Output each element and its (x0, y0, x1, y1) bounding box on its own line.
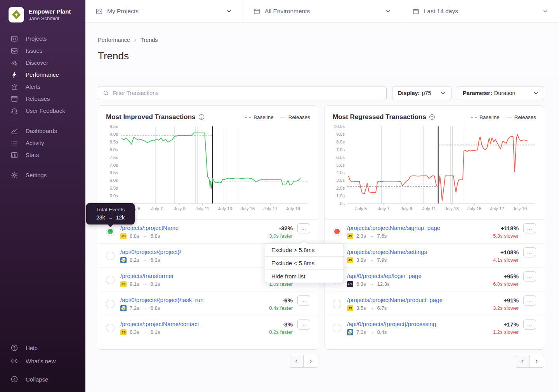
context-menu-item-hide-from-list[interactable]: Hide from list (265, 269, 344, 283)
transaction-row: /api/0/projects/ep/login_page</>6.3s→12.… (325, 268, 544, 292)
sidebar-item-collapse[interactable]: Collapse (0, 373, 85, 386)
transaction-link[interactable]: /api/0/projects/{project}/task_run (120, 297, 269, 303)
sidebar-item-alerts[interactable]: Alerts (0, 81, 85, 93)
pagination (98, 355, 318, 368)
transaction-link[interactable]: /projects/:projectName/signup_page (347, 224, 493, 231)
transaction-radio[interactable] (106, 276, 115, 284)
context-menu-item-exclude-5-8ms[interactable]: Exclude < 5.8ms (265, 256, 344, 269)
previous-page-button[interactable] (289, 355, 304, 367)
sidebar-item-stats[interactable]: Stats (0, 149, 85, 161)
transaction-link[interactable]: /projects/:projectName/settings (347, 249, 493, 255)
question-icon[interactable] (429, 114, 435, 120)
collapse-icon (10, 375, 18, 383)
org-switcher[interactable]: Empower Plant Jane Schmidt (0, 0, 85, 22)
context-menu-item-exclude-5-8ms[interactable]: Exclude > 5.8ms (265, 243, 344, 256)
sidebar-item-label: Settings (26, 172, 47, 178)
user-name: Jane Schmidt (29, 15, 71, 22)
breadcrumb-trends[interactable]: Trends (141, 37, 158, 43)
transaction-link[interactable]: /projects/:projectName (120, 224, 269, 231)
transaction-actions-button[interactable]: … (523, 319, 536, 330)
transaction-radio[interactable] (106, 252, 115, 260)
transaction-actions-button[interactable]: … (297, 295, 310, 306)
trend-delta: 1.2s slower (493, 329, 519, 335)
transaction-link[interactable]: /projects/:projectName/contact (120, 321, 269, 327)
transaction-row: /projects/:projectName/signup_pageJS2.3s… (325, 219, 544, 243)
trend-delta: 0.4s faster (269, 305, 293, 311)
transaction-actions-button[interactable]: … (297, 319, 310, 330)
issues-icon (10, 47, 18, 55)
transaction-radio[interactable] (106, 324, 115, 332)
sidebar-item-label: Stats (26, 152, 39, 158)
sidebar-item-settings[interactable]: Settings (0, 169, 85, 181)
sidebar-item-dashboards[interactable]: Dashboards (0, 125, 85, 137)
arrow-right-icon: → (369, 257, 374, 263)
sidebar-item-issues[interactable]: Issues (0, 45, 85, 57)
project-filter-dropdown[interactable]: My Projects (85, 0, 243, 22)
previous-page-button[interactable] (515, 355, 529, 367)
svg-text:July 15: July 15 (467, 206, 481, 211)
breadcrumb-performance[interactable]: Performance (98, 37, 130, 43)
transaction-actions-button[interactable]: … (297, 223, 310, 233)
next-page-button[interactable] (304, 355, 318, 367)
transaction-link[interactable]: /projects/:projectName/product_page (347, 297, 493, 303)
environment-filter-dropdown[interactable]: All Environments (243, 0, 402, 22)
transaction-radio[interactable] (106, 300, 115, 308)
sidebar-item-what-s-new[interactable]: What’s new (0, 354, 85, 368)
transaction-radio[interactable] (333, 300, 341, 308)
transaction-actions-button[interactable]: … (523, 271, 536, 281)
svg-text:7.0s: 7.0s (336, 147, 345, 152)
parameter-dropdown[interactable]: Parameter: Duration (457, 86, 544, 100)
sidebar-item-projects[interactable]: Projects (0, 33, 85, 45)
transaction-link[interactable]: /api/0/projects/ep/login_page (347, 273, 493, 279)
transaction-link[interactable]: /api/0/projects/{project}/processing (347, 321, 493, 327)
duration-before: 6.3s (356, 281, 366, 287)
date-range-dropdown[interactable]: Last 14 days (402, 0, 559, 22)
sidebar-footer: HelpWhat’s newCollapse (0, 341, 85, 386)
trend-panels: Most Improved Transactions Baseline Rele… (98, 105, 544, 368)
question-icon[interactable] (198, 114, 205, 120)
arrow-right-icon: → (142, 305, 148, 311)
legend-releases: Releases (280, 114, 310, 120)
sidebar-item-help[interactable]: Help (0, 341, 85, 354)
duration-after: 5.8s (151, 233, 160, 239)
filter-transactions-input[interactable] (113, 90, 382, 96)
svg-text:July 19: July 19 (513, 206, 527, 211)
javascript-icon: JS (120, 233, 127, 239)
chevron-right-icon (133, 38, 138, 43)
trend-delta: 3.2s slower (493, 305, 519, 311)
svg-text:0s: 0s (340, 201, 345, 206)
display-dropdown[interactable]: Display: p75 (392, 86, 451, 100)
trend-percent: -6% (282, 297, 293, 304)
next-page-button[interactable] (529, 355, 544, 367)
alerts-icon (10, 83, 18, 91)
svg-text:July 17: July 17 (263, 206, 277, 211)
sidebar-item-performance[interactable]: Performance (0, 69, 85, 81)
org-name: Empower Plant (29, 8, 71, 15)
svg-text:July 17: July 17 (490, 206, 504, 211)
trend-percent: +17% (503, 321, 519, 328)
transaction-radio[interactable] (333, 324, 341, 332)
sidebar: Empower Plant Jane Schmidt ProjectsIssue… (0, 0, 85, 392)
svg-text:July 9: July 9 (174, 206, 186, 211)
svg-text:July 11: July 11 (196, 206, 210, 211)
trend-chart: July 5July 7July 9July 11July 13July 15J… (103, 123, 316, 215)
sidebar-item-discover[interactable]: Discover (0, 57, 85, 69)
transaction-actions-button[interactable]: … (523, 223, 536, 233)
javascript-icon: JS (120, 329, 127, 335)
arrow-right-icon: → (142, 233, 148, 239)
transaction-actions-button[interactable]: … (523, 247, 536, 257)
svg-text:8.0s: 8.0s (336, 140, 345, 144)
sidebar-item-releases[interactable]: Releases (0, 93, 85, 105)
transaction-radio-selected[interactable] (106, 228, 115, 236)
svg-text:July 13: July 13 (445, 206, 459, 211)
transaction-link[interactable]: /projects/transformer (120, 273, 269, 279)
trend-percent: +118% (501, 225, 519, 231)
main-content: Performance Trends Trends Display: p75 P… (85, 23, 559, 392)
chevron-down-icon (533, 90, 539, 97)
projects-icon (95, 8, 103, 15)
transaction-actions-button[interactable]: … (523, 295, 536, 306)
sidebar-item-user-feedback[interactable]: User Feedback (0, 105, 85, 117)
sidebar-item-activity[interactable]: Activity (0, 137, 85, 149)
transaction-radio-selected[interactable] (333, 228, 341, 236)
arrow-right-icon: → (142, 329, 148, 335)
